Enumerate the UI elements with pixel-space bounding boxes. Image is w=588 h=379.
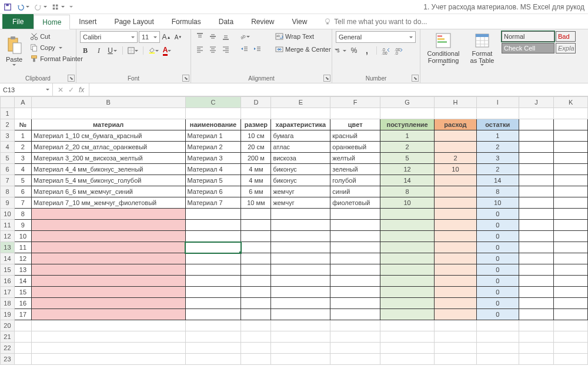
cell[interactable]: [185, 320, 241, 331]
cell[interactable]: Материал 4_4 мм_биконус_зеленый: [31, 164, 185, 175]
cell[interactable]: 2: [380, 142, 435, 153]
italic-button[interactable]: I: [93, 45, 104, 56]
cell[interactable]: расход: [435, 119, 477, 130]
cell[interactable]: красный: [330, 130, 380, 142]
paste-button[interactable]: Paste: [4, 31, 25, 70]
alignment-dialog-launcher[interactable]: ⬊: [323, 75, 330, 82]
percent-button[interactable]: %: [349, 45, 359, 56]
fill-color-button[interactable]: [148, 45, 159, 56]
cell[interactable]: 10: [476, 197, 519, 209]
cell[interactable]: [31, 298, 185, 309]
cell[interactable]: Материал 5: [185, 175, 241, 186]
row-header[interactable]: 8: [1, 186, 15, 197]
cell[interactable]: [554, 119, 588, 130]
cell[interactable]: [519, 298, 554, 309]
wrap-text-button[interactable]: abWrap Text: [273, 31, 340, 42]
align-bottom-button[interactable]: [220, 31, 231, 42]
cell[interactable]: [380, 264, 435, 276]
cell[interactable]: 0: [476, 309, 519, 320]
row-header[interactable]: 19: [1, 309, 15, 320]
cell[interactable]: [519, 142, 554, 153]
underline-button[interactable]: U: [107, 45, 118, 56]
cell[interactable]: [435, 264, 477, 276]
cell[interactable]: бумага: [271, 130, 330, 142]
cell[interactable]: 6 мм: [241, 186, 271, 197]
tab-data[interactable]: Data: [210, 14, 242, 29]
cell[interactable]: 10 см: [241, 130, 271, 142]
cell[interactable]: [380, 253, 435, 264]
cell[interactable]: [241, 108, 271, 119]
align-left-button[interactable]: [195, 44, 205, 55]
cell[interactable]: 10: [14, 231, 31, 242]
cell[interactable]: [185, 242, 241, 253]
tab-formulas[interactable]: Formulas: [163, 14, 210, 29]
cell[interactable]: [31, 276, 185, 287]
cell[interactable]: [31, 209, 185, 220]
cell[interactable]: [14, 331, 31, 343]
cell[interactable]: [14, 320, 31, 331]
cell[interactable]: [519, 164, 554, 175]
comma-button[interactable]: ,: [362, 45, 372, 56]
cell[interactable]: [380, 343, 435, 354]
cell[interactable]: [519, 209, 554, 220]
cell[interactable]: 2: [476, 142, 519, 153]
enter-formula-icon[interactable]: ✓: [68, 86, 74, 94]
cell[interactable]: [330, 309, 380, 320]
cell[interactable]: наименование: [185, 119, 241, 130]
cell[interactable]: [330, 220, 380, 231]
cell[interactable]: [271, 354, 330, 365]
cell[interactable]: [519, 276, 554, 287]
borders-button[interactable]: [128, 45, 138, 56]
cell[interactable]: [330, 264, 380, 276]
cell[interactable]: [185, 309, 241, 320]
cell[interactable]: [271, 331, 330, 343]
cell[interactable]: [330, 231, 380, 242]
cell[interactable]: [519, 309, 554, 320]
cell[interactable]: [31, 343, 185, 354]
accounting-format-button[interactable]: $: [336, 45, 346, 56]
cell[interactable]: 3: [476, 153, 519, 164]
cell[interactable]: [380, 320, 435, 331]
cell[interactable]: [330, 354, 380, 365]
cell[interactable]: [31, 287, 185, 298]
cell[interactable]: 0: [476, 287, 519, 298]
orientation-button[interactable]: ab: [239, 31, 250, 42]
cell[interactable]: [271, 242, 330, 253]
cell[interactable]: [185, 253, 241, 264]
cell[interactable]: Материал 7: [185, 197, 241, 209]
cell[interactable]: материал: [31, 119, 185, 130]
cell[interactable]: поступление: [380, 119, 435, 130]
cell[interactable]: [31, 108, 185, 119]
cell[interactable]: [519, 253, 554, 264]
row-header[interactable]: 3: [1, 130, 15, 142]
cell[interactable]: [271, 343, 330, 354]
cell[interactable]: [554, 108, 588, 119]
tab-review[interactable]: Review: [242, 14, 283, 29]
cell[interactable]: [271, 309, 330, 320]
cell[interactable]: [330, 276, 380, 287]
cell[interactable]: [554, 287, 588, 298]
save-button[interactable]: [4, 3, 12, 11]
font-dialog-launcher[interactable]: ⬊: [182, 75, 189, 82]
cell[interactable]: [330, 331, 380, 343]
cell[interactable]: 2: [435, 153, 477, 164]
cell[interactable]: [435, 242, 477, 253]
cell[interactable]: [554, 320, 588, 331]
cell[interactable]: оранжевый: [330, 142, 380, 153]
cell[interactable]: [14, 354, 31, 365]
cell[interactable]: [380, 220, 435, 231]
cell[interactable]: 8: [380, 186, 435, 197]
tab-view[interactable]: View: [283, 14, 316, 29]
increase-font-button[interactable]: A▲: [161, 32, 172, 42]
cell[interactable]: [271, 264, 330, 276]
cell[interactable]: цвет: [330, 119, 380, 130]
cell[interactable]: 0: [476, 242, 519, 253]
row-header[interactable]: 16: [1, 276, 15, 287]
cell[interactable]: [241, 264, 271, 276]
cell[interactable]: [435, 253, 477, 264]
cell[interactable]: [185, 108, 241, 119]
cell[interactable]: 12: [380, 164, 435, 175]
cell[interactable]: [554, 276, 588, 287]
cell[interactable]: [435, 298, 477, 309]
cell[interactable]: [380, 354, 435, 365]
